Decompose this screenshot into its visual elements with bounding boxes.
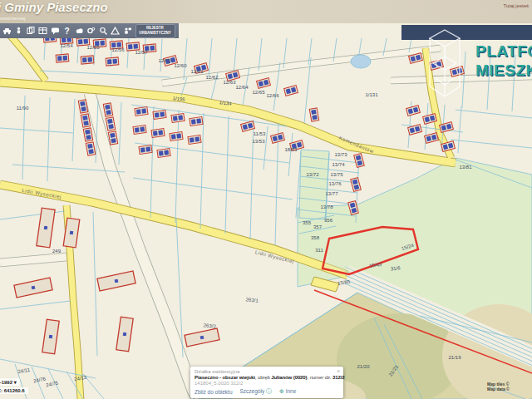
pond xyxy=(351,55,371,68)
building-unit xyxy=(81,101,86,106)
building-unit xyxy=(106,111,111,115)
building-unit xyxy=(410,128,415,133)
building-unit xyxy=(86,135,91,140)
building-pair xyxy=(81,114,90,127)
apartment-entrance xyxy=(32,286,36,290)
parcel-label: 13/78 xyxy=(320,204,333,209)
building-unit xyxy=(57,57,62,61)
building-pair xyxy=(157,149,170,158)
building-pair xyxy=(78,100,87,113)
info-icon: ⓘ xyxy=(266,388,272,394)
parcel-label: 13/73 xyxy=(334,152,347,157)
parcel-label: 13/75 xyxy=(330,172,343,177)
user-comment-icon[interactable] xyxy=(122,26,133,36)
parcel-label: 12/66 xyxy=(266,93,279,98)
parcel-label: 21/20 xyxy=(357,364,370,369)
parcel-label: 13/74 xyxy=(332,162,345,167)
building-unit xyxy=(159,151,163,156)
apartment-entrance xyxy=(123,332,127,337)
parcel-label: 358 xyxy=(311,235,320,240)
building-unit xyxy=(415,126,420,131)
copy-icon[interactable] xyxy=(26,26,37,36)
building-unit xyxy=(173,116,177,121)
building-unit xyxy=(313,116,318,120)
table-icon[interactable] xyxy=(37,26,48,36)
building-unit xyxy=(101,41,105,45)
settings-icon[interactable] xyxy=(86,26,96,36)
watermark-line2: MIESZKANIOWA xyxy=(475,61,532,80)
building-unit xyxy=(352,180,357,185)
car-icon[interactable] xyxy=(2,26,12,36)
parcel-obreb: Julianów (0020) xyxy=(271,375,307,380)
building-unit xyxy=(89,150,94,154)
crs-selector[interactable]: PL-1992 ▾ xyxy=(0,378,20,386)
parcel-id: 141804_5.0020.312/2 xyxy=(195,381,339,386)
building-unit xyxy=(446,124,451,129)
building-unit xyxy=(63,56,67,60)
parcel-label: 12/56 xyxy=(111,47,125,52)
street-view-icon[interactable] xyxy=(13,26,24,36)
parcel-label: 1/131 xyxy=(365,92,378,97)
parcel-label: 13/81 xyxy=(459,165,472,170)
parcel-label: 13/53 xyxy=(252,139,265,144)
more-link[interactable]: ⊕ Inne xyxy=(279,388,296,395)
building-unit xyxy=(111,139,116,143)
building-unit xyxy=(408,109,413,114)
parcel-label: 12/54 xyxy=(60,43,73,48)
parcel-label: 12/61 xyxy=(190,69,204,74)
parcel-number: 312/2 xyxy=(332,375,345,380)
zoom-to-object-link[interactable]: Zbliż do obiektu xyxy=(195,389,233,395)
platforma-mieszkaniowa-logo-icon xyxy=(414,27,476,109)
building-unit xyxy=(297,142,302,147)
close-icon[interactable]: × xyxy=(337,368,340,374)
building-pair xyxy=(86,142,95,155)
parcel-label: 249 xyxy=(52,249,62,254)
apartment-entrance xyxy=(115,279,119,283)
svg-text:?: ? xyxy=(64,27,69,35)
cloud-icon[interactable] xyxy=(74,26,85,36)
building-unit xyxy=(273,136,278,141)
building-unit xyxy=(233,72,238,77)
details-link[interactable]: Szczegóły ⓘ xyxy=(240,387,272,396)
building-unit xyxy=(78,40,82,44)
search-icon[interactable] xyxy=(98,26,109,36)
apartment-entrance xyxy=(49,335,53,339)
site-subtitle: rzestrzennej xyxy=(0,16,26,21)
building-unit xyxy=(291,87,296,92)
help-icon[interactable]: ? xyxy=(62,26,72,36)
chat-icon[interactable] xyxy=(50,26,61,36)
parcel-label: 13/72 xyxy=(306,172,319,177)
parcel-label: 13/77 xyxy=(325,191,338,196)
building-unit xyxy=(136,110,140,115)
header-top-right-link[interactable]: Tutaj jesteś xyxy=(504,3,529,8)
rejestr-urbanistyczny-button[interactable]: REJESTR URBANISTYCZNY xyxy=(135,24,175,38)
building-unit xyxy=(248,123,253,128)
building-unit xyxy=(84,121,89,126)
toolbar-icons: ? xyxy=(0,26,133,36)
building-pair xyxy=(83,128,92,141)
building-unit xyxy=(170,57,175,62)
watermark-text: PLATFORMA MIESZKANIOWA xyxy=(475,42,532,80)
apartment-entrance xyxy=(200,336,204,340)
building-unit xyxy=(354,185,359,190)
map-attribution: Map tiles © Map data © xyxy=(487,382,532,392)
building-pair xyxy=(108,131,117,145)
parcel-label: 18/53 xyxy=(284,147,298,152)
building-pair xyxy=(81,56,94,64)
parcel-label: 12/63 xyxy=(223,80,236,85)
building-pair xyxy=(106,57,119,66)
coordinates-value: 2 E: 641260.6 xyxy=(0,388,25,393)
more-link-label: Inne xyxy=(286,388,297,394)
building-unit xyxy=(140,148,145,153)
warning-icon[interactable] xyxy=(110,26,121,36)
building-pair xyxy=(135,107,148,116)
building-unit xyxy=(117,42,121,47)
building-unit xyxy=(278,135,283,140)
parcel-description: Piaseczno - obszar wiejski, obręb Julian… xyxy=(195,375,339,380)
building-unit xyxy=(88,144,93,148)
building-pair xyxy=(153,111,166,120)
building-unit xyxy=(425,117,430,122)
parcel-info-popup: Działka ewidencyjna × Piaseczno - obszar… xyxy=(190,367,343,398)
parcel-desc-sep1: , obręb xyxy=(255,375,272,380)
building-unit xyxy=(86,130,91,134)
